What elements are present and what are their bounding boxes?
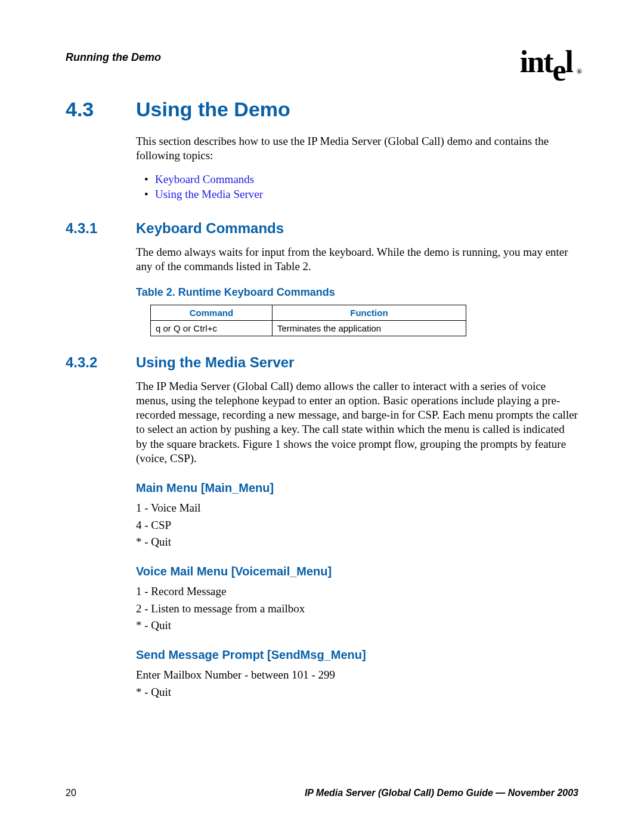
running-header-title: Running the Demo — [66, 47, 161, 64]
menu-item: * - Quit — [136, 685, 578, 699]
subsection-body: The demo always waits for input from the… — [136, 245, 578, 336]
menu-item: 4 - CSP — [136, 518, 578, 532]
menu-heading: Voice Mail Menu [Voicemail_Menu] — [136, 565, 578, 578]
table-header-row: Command Function — [151, 305, 466, 320]
menu-item: 1 - Voice Mail — [136, 501, 578, 515]
document-title: IP Media Server (Global Call) Demo Guide… — [305, 788, 578, 798]
subsection-heading: 4.3.1 Keyboard Commands — [66, 220, 578, 237]
section-title: Using the Demo — [136, 98, 290, 121]
menu-item: 1 - Record Message — [136, 584, 578, 599]
page-footer: 20 IP Media Server (Global Call) Demo Gu… — [66, 788, 578, 798]
paragraph: The demo always waits for input from the… — [136, 245, 578, 274]
menu-item: * - Quit — [136, 618, 578, 633]
topic-list: Keyboard Commands Using the Media Server — [144, 172, 578, 202]
subsection-number: 4.3.1 — [66, 220, 107, 237]
menu-heading: Main Menu [Main_Menu] — [136, 481, 578, 495]
section-number: 4.3 — [66, 98, 107, 121]
menu-item: Enter Mailbox Number - between 101 - 299 — [136, 668, 578, 682]
page-header: Running the Demo intel® — [66, 47, 578, 78]
table-header-cell: Function — [272, 305, 466, 320]
subsection-number: 4.3.2 — [66, 354, 107, 371]
table-cell: q or Q or Ctrl+c — [151, 320, 273, 336]
subsection-title: Using the Media Server — [136, 354, 294, 371]
table-cell: Terminates the application — [272, 320, 466, 336]
section-heading: 4.3 Using the Demo — [66, 98, 578, 121]
subsection-title: Keyboard Commands — [136, 220, 284, 237]
list-item: Using the Media Server — [144, 187, 578, 202]
menu-item: * - Quit — [136, 535, 578, 549]
section-intro: This section describes how to use the IP… — [136, 134, 578, 163]
paragraph: The IP Media Server (Global Call) demo a… — [136, 379, 578, 466]
section-body: This section describes how to use the IP… — [136, 134, 578, 202]
table-row: q or Q or Ctrl+c Terminates the applicat… — [151, 320, 466, 336]
subsection-heading: 4.3.2 Using the Media Server — [66, 354, 578, 371]
keyboard-commands-table: Command Function q or Q or Ctrl+c Termin… — [150, 305, 466, 336]
link-keyboard-commands[interactable]: Keyboard Commands — [155, 173, 254, 185]
menu-item: 2 - Listen to message from a mailbox — [136, 602, 578, 616]
subsection-body: The IP Media Server (Global Call) demo a… — [136, 379, 578, 699]
table-header-cell: Command — [151, 305, 273, 320]
page-number: 20 — [66, 788, 76, 798]
intel-logo: intel® — [520, 47, 578, 78]
link-using-media-server[interactable]: Using the Media Server — [155, 188, 263, 200]
menu-heading: Send Message Prompt [SendMsg_Menu] — [136, 648, 578, 662]
list-item: Keyboard Commands — [144, 172, 578, 187]
page-container: Running the Demo intel® 4.3 Using the De… — [0, 0, 644, 833]
table-caption: Table 2. Runtime Keyboard Commands — [136, 286, 578, 299]
